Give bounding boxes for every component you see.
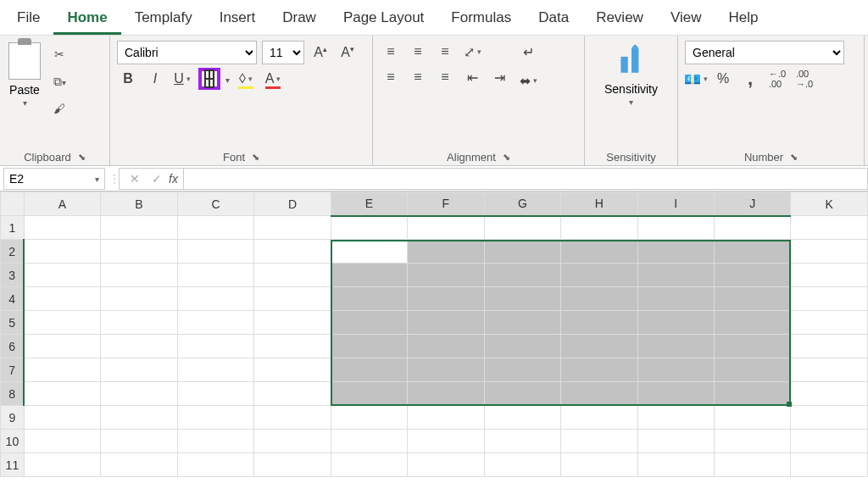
row-header-7[interactable]: 7: [1, 358, 25, 382]
cell-A6[interactable]: [24, 335, 100, 358]
increase-decimal-button[interactable]: ←.0.00: [766, 68, 788, 90]
cell-J1[interactable]: [714, 216, 790, 240]
menu-view[interactable]: View: [657, 1, 715, 35]
cell-E1[interactable]: [331, 216, 407, 240]
cell-B9[interactable]: [101, 406, 177, 430]
font-launcher[interactable]: ⬊: [252, 152, 259, 163]
menu-help[interactable]: Help: [715, 1, 771, 35]
cell-E10[interactable]: [331, 430, 407, 453]
cell-F7[interactable]: [408, 358, 484, 382]
cell-G6[interactable]: [484, 335, 561, 358]
cell-D1[interactable]: [254, 216, 331, 240]
cell-I2[interactable]: [637, 240, 714, 264]
cell-I11[interactable]: [637, 453, 714, 477]
cell-A4[interactable]: [24, 287, 100, 311]
cell-D5[interactable]: [254, 311, 331, 335]
clipboard-launcher[interactable]: ⬊: [78, 152, 86, 163]
cell-E5[interactable]: [331, 311, 407, 335]
cell-I6[interactable]: [637, 335, 714, 358]
cell-E7[interactable]: [331, 358, 407, 382]
font-name-select[interactable]: Calibri: [117, 41, 257, 64]
menu-data[interactable]: Data: [525, 1, 582, 35]
percent-button[interactable]: %: [712, 68, 734, 90]
cell-I9[interactable]: [637, 406, 714, 430]
cell-B3[interactable]: [101, 264, 177, 287]
cell-A2[interactable]: [24, 240, 100, 264]
cell-C9[interactable]: [177, 406, 253, 430]
cell-G5[interactable]: [484, 311, 561, 335]
cell-A1[interactable]: [24, 216, 100, 240]
cell-A9[interactable]: [24, 406, 100, 430]
column-header-F[interactable]: F: [408, 192, 484, 216]
formula-input[interactable]: [184, 168, 868, 190]
cell-E8[interactable]: [331, 382, 407, 406]
menu-draw[interactable]: Draw: [269, 1, 330, 35]
cell-C10[interactable]: [177, 430, 253, 453]
cell-I5[interactable]: [637, 311, 714, 335]
cell-K7[interactable]: [791, 358, 868, 382]
column-header-B[interactable]: B: [101, 192, 177, 216]
cell-B8[interactable]: [101, 382, 177, 406]
align-bottom-button[interactable]: ≡: [434, 41, 456, 63]
increase-font-button[interactable]: A▴: [309, 42, 331, 64]
fx-button[interactable]: fx: [169, 172, 178, 186]
cell-F3[interactable]: [408, 264, 484, 287]
cell-F1[interactable]: [408, 216, 484, 240]
column-header-G[interactable]: G: [484, 192, 561, 216]
cell-H8[interactable]: [561, 382, 637, 406]
cell-E9[interactable]: [331, 406, 407, 430]
cell-E3[interactable]: [331, 264, 407, 287]
row-header-2[interactable]: 2: [1, 240, 25, 264]
row-header-4[interactable]: 4: [1, 287, 25, 311]
cell-F8[interactable]: [408, 382, 484, 406]
menu-home[interactable]: Home: [53, 1, 120, 35]
cell-K1[interactable]: [791, 216, 868, 240]
borders-dropdown[interactable]: ▾: [225, 75, 230, 85]
row-header-11[interactable]: 11: [1, 453, 25, 477]
wrap-text-button[interactable]: ↵: [517, 41, 539, 63]
cell-C7[interactable]: [177, 358, 253, 382]
cell-K6[interactable]: [791, 335, 868, 358]
cell-H10[interactable]: [561, 430, 637, 453]
menu-templafy[interactable]: Templafy: [121, 1, 206, 35]
cell-I10[interactable]: [637, 430, 714, 453]
align-right-button[interactable]: ≡: [434, 66, 456, 88]
cell-C2[interactable]: [177, 240, 253, 264]
cell-B4[interactable]: [101, 287, 177, 311]
cell-C6[interactable]: [177, 335, 253, 358]
fill-color-button[interactable]: ◊: [235, 68, 257, 90]
cell-H3[interactable]: [561, 264, 637, 287]
cell-A10[interactable]: [24, 430, 100, 453]
cell-D3[interactable]: [254, 264, 331, 287]
cell-F10[interactable]: [408, 430, 484, 453]
menu-file[interactable]: File: [3, 1, 53, 35]
cell-F9[interactable]: [408, 406, 484, 430]
bold-button[interactable]: B: [117, 68, 139, 90]
cell-H5[interactable]: [561, 311, 637, 335]
cell-B6[interactable]: [101, 335, 177, 358]
alignment-launcher[interactable]: ⬊: [503, 152, 510, 163]
cell-D9[interactable]: [254, 406, 331, 430]
column-header-C[interactable]: C: [177, 192, 253, 216]
number-format-select[interactable]: General: [685, 41, 844, 64]
column-header-H[interactable]: H: [561, 192, 637, 216]
cell-J10[interactable]: [714, 430, 790, 453]
column-header-I[interactable]: I: [637, 192, 714, 216]
name-box[interactable]: E2 ▾: [3, 168, 105, 190]
cell-B2[interactable]: [101, 240, 177, 264]
cell-A3[interactable]: [24, 264, 100, 287]
accounting-format-button[interactable]: 💶: [685, 68, 707, 90]
align-middle-button[interactable]: ≡: [407, 41, 429, 63]
cell-I7[interactable]: [637, 358, 714, 382]
cell-H7[interactable]: [561, 358, 637, 382]
cell-G3[interactable]: [484, 264, 561, 287]
cell-K10[interactable]: [791, 430, 868, 453]
cancel-formula-button[interactable]: ✕: [125, 172, 145, 186]
cell-H2[interactable]: [561, 240, 637, 264]
sensitivity-button[interactable]: Sensitivity ▾: [592, 41, 670, 107]
column-header-K[interactable]: K: [791, 192, 868, 216]
column-header-D[interactable]: D: [254, 192, 331, 216]
cell-I1[interactable]: [637, 216, 714, 240]
cell-J8[interactable]: [714, 382, 790, 406]
cell-C3[interactable]: [177, 264, 253, 287]
